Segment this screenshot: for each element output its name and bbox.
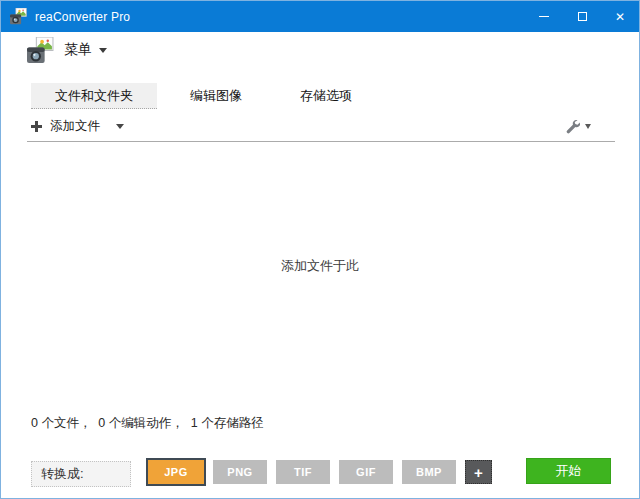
maximize-icon <box>578 12 587 21</box>
add-format-button[interactable]: + <box>465 460 492 484</box>
start-button[interactable]: 开始 <box>526 458 611 484</box>
tab-label: 编辑图像 <box>190 87 242 105</box>
app-window: reaConverter Pro ✕ 菜单 文件和文件夹 编辑图像 <box>0 0 640 499</box>
minimize-button[interactable] <box>525 1 563 32</box>
menu-button[interactable]: 菜单 <box>27 35 107 65</box>
tools-menu-button[interactable] <box>564 114 591 138</box>
file-drop-zone[interactable]: 添加文件于此 <box>1 142 639 408</box>
chevron-down-icon <box>99 48 107 53</box>
format-button-png[interactable]: PNG <box>213 460 267 484</box>
format-button-jpg[interactable]: JPG <box>146 458 206 486</box>
titlebar: reaConverter Pro ✕ <box>1 1 639 32</box>
plus-icon <box>31 121 42 132</box>
format-button-group: JPG PNG TIF GIF BMP + <box>146 458 492 486</box>
tab-bar: 文件和文件夹 编辑图像 存储选项 <box>31 83 381 109</box>
app-logo-icon <box>10 8 27 25</box>
tab-label: 存储选项 <box>300 87 352 105</box>
camera-photo-icon <box>27 37 54 64</box>
format-button-tif[interactable]: TIF <box>276 460 330 484</box>
status-summary: 0 个文件， 0 个编辑动作， 1 个存储路径 <box>31 415 264 432</box>
tab-files-and-folders[interactable]: 文件和文件夹 <box>31 83 157 109</box>
add-files-label: 添加文件 <box>50 118 100 135</box>
tab-label: 文件和文件夹 <box>55 87 133 105</box>
window-title: reaConverter Pro <box>35 10 130 24</box>
chevron-down-icon <box>585 124 591 129</box>
tab-saving-options[interactable]: 存储选项 <box>271 83 381 109</box>
tab-edit-images[interactable]: 编辑图像 <box>161 83 271 109</box>
chevron-down-icon[interactable] <box>116 124 124 129</box>
format-button-bmp[interactable]: BMP <box>402 460 456 484</box>
menu-label: 菜单 <box>64 41 92 59</box>
wrench-icon <box>564 118 581 135</box>
format-button-gif[interactable]: GIF <box>339 460 393 484</box>
minimize-icon <box>539 16 549 17</box>
close-button[interactable]: ✕ <box>601 1 639 32</box>
add-files-button[interactable]: 添加文件 <box>31 113 124 139</box>
convert-to-label: 转换成: <box>31 461 131 487</box>
maximize-button[interactable] <box>563 1 601 32</box>
drop-hint-text: 添加文件于此 <box>1 257 639 275</box>
close-icon: ✕ <box>615 11 625 23</box>
